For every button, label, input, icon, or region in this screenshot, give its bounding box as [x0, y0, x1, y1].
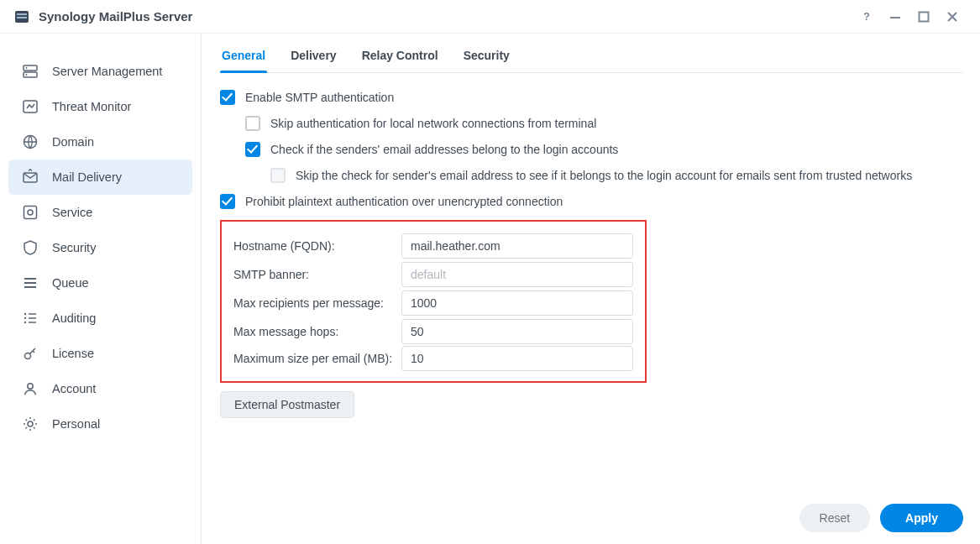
- tab-general[interactable]: General: [220, 49, 267, 72]
- button-label: Apply: [905, 511, 938, 525]
- list-icon: [20, 308, 40, 328]
- banner-label: SMTP banner:: [233, 267, 401, 283]
- checkbox-check-sender[interactable]: [245, 142, 260, 157]
- sidebar-item-server-management[interactable]: Server Management: [8, 54, 192, 89]
- tab-security[interactable]: Security: [462, 49, 511, 72]
- sidebar-item-label: Personal: [52, 417, 100, 431]
- sidebar-item-security[interactable]: Security: [8, 230, 192, 265]
- svg-point-20: [28, 421, 33, 426]
- svg-point-14: [28, 210, 33, 215]
- key-icon: [20, 343, 40, 364]
- svg-rect-2: [17, 17, 27, 18]
- svg-point-19: [28, 384, 33, 389]
- maximize-icon[interactable]: [909, 3, 938, 31]
- minimize-icon[interactable]: [881, 3, 909, 31]
- sidebar-item-personal[interactable]: Personal: [8, 406, 192, 442]
- svg-point-9: [26, 74, 28, 76]
- checkbox-skip-check-trusted[interactable]: [270, 168, 286, 183]
- tab-label: Security: [464, 49, 510, 62]
- sidebar-item-label: Mail Delivery: [52, 170, 122, 184]
- highlighted-form-area: Hostname (FQDN): SMTP banner: Max recipi…: [220, 220, 647, 383]
- svg-point-15: [24, 313, 26, 315]
- sidebar-item-domain[interactable]: Domain: [8, 124, 192, 160]
- tab-delivery[interactable]: Delivery: [289, 49, 338, 72]
- sidebar-item-account[interactable]: Account: [8, 371, 192, 406]
- sidebar-item-license[interactable]: License: [8, 336, 192, 371]
- max-hops-label: Max message hops:: [233, 324, 401, 340]
- sidebar-item-label: Service: [52, 206, 92, 219]
- svg-text:?: ?: [863, 10, 870, 23]
- tab-relay-control[interactable]: Relay Control: [360, 49, 440, 72]
- svg-rect-1: [17, 13, 27, 15]
- sidebar: Server Management Threat Monitor Domain …: [0, 34, 202, 544]
- user-icon: [20, 379, 40, 399]
- button-label: External Postmaster: [234, 398, 340, 411]
- checkbox-label: Prohibit plaintext authentication over u…: [245, 194, 563, 210]
- sidebar-item-queue[interactable]: Queue: [8, 265, 192, 301]
- shield-icon: [20, 238, 40, 258]
- svg-rect-13: [24, 207, 37, 219]
- sidebar-item-service[interactable]: Service: [8, 195, 192, 230]
- sidebar-item-label: Threat Monitor: [52, 100, 131, 113]
- checkbox-enable-smtp[interactable]: [220, 90, 235, 105]
- footer: Reset Apply: [220, 497, 963, 532]
- external-postmaster-button[interactable]: External Postmaster: [220, 391, 354, 418]
- checkbox-label: Skip the check for sender's email addres…: [296, 168, 912, 184]
- sidebar-item-threat-monitor[interactable]: Threat Monitor: [8, 89, 192, 124]
- sidebar-item-label: Security: [52, 241, 96, 254]
- svg-rect-5: [920, 12, 929, 21]
- globe-icon: [20, 132, 40, 152]
- tab-label: General: [222, 49, 265, 62]
- close-icon[interactable]: [938, 3, 967, 31]
- checkbox-prohibit-plaintext[interactable]: [220, 194, 235, 209]
- titlebar: Synology MailPlus Server ?: [0, 0, 980, 34]
- sidebar-item-label: License: [52, 347, 94, 360]
- max-hops-input[interactable]: [401, 319, 633, 344]
- svg-rect-6: [24, 65, 37, 71]
- sidebar-item-mail-delivery[interactable]: Mail Delivery: [8, 160, 192, 195]
- checkbox-label: Enable SMTP authentication: [245, 90, 394, 106]
- svg-point-18: [25, 353, 31, 359]
- tabs: General Delivery Relay Control Security: [220, 49, 963, 73]
- sidebar-item-label: Account: [52, 382, 96, 395]
- window-title: Synology MailPlus Server: [39, 9, 192, 24]
- gear-icon: [20, 414, 40, 434]
- dashboard-icon: [20, 97, 40, 117]
- reset-button[interactable]: Reset: [799, 504, 871, 532]
- mail-out-icon: [20, 167, 40, 187]
- banner-input[interactable]: [401, 262, 633, 287]
- checkbox-label: Skip authentication for local network co…: [270, 116, 596, 132]
- max-recipients-label: Max recipients per message:: [233, 296, 401, 311]
- svg-rect-4: [890, 17, 900, 18]
- svg-point-16: [24, 317, 26, 319]
- queue-icon: [20, 273, 40, 293]
- max-size-input[interactable]: [401, 346, 633, 371]
- sidebar-item-label: Server Management: [52, 65, 162, 78]
- apply-button[interactable]: Apply: [880, 504, 963, 532]
- help-icon[interactable]: ?: [852, 3, 881, 31]
- app-icon: [13, 8, 30, 25]
- content: Enable SMTP authentication Skip authenti…: [220, 73, 963, 497]
- svg-point-8: [26, 67, 28, 69]
- button-label: Reset: [820, 511, 851, 525]
- checkbox-label: Check if the senders' email addresses be…: [270, 142, 618, 158]
- hostname-input[interactable]: [401, 233, 633, 259]
- tab-label: Delivery: [291, 49, 336, 62]
- hostname-label: Hostname (FQDN):: [233, 238, 401, 254]
- svg-point-17: [24, 322, 26, 323]
- svg-rect-7: [24, 72, 37, 77]
- max-recipients-input[interactable]: [401, 290, 633, 316]
- sidebar-item-label: Auditing: [52, 311, 96, 325]
- checkbox-skip-local[interactable]: [245, 116, 260, 131]
- server-icon: [20, 61, 40, 81]
- sidebar-item-label: Queue: [52, 276, 89, 290]
- sidebar-item-label: Domain: [52, 135, 94, 149]
- service-icon: [20, 202, 40, 222]
- max-size-label: Maximum size per email (MB):: [233, 346, 401, 367]
- sidebar-item-auditing[interactable]: Auditing: [8, 301, 192, 336]
- tab-label: Relay Control: [362, 49, 438, 62]
